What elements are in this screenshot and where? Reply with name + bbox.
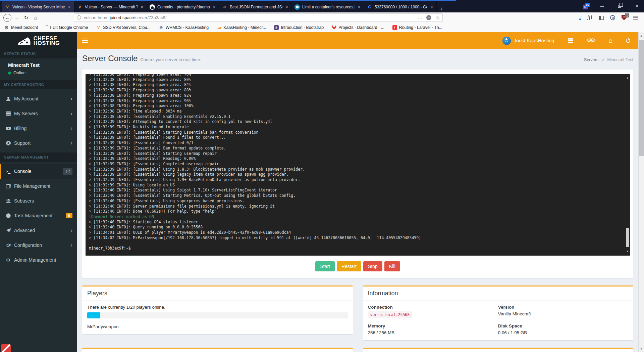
browser-tab[interactable]: Commits · pterodactyl/daemon×: [147, 1, 219, 12]
site-info-icon[interactable]: ⓘ: [77, 15, 81, 21]
scroll-down-icon[interactable]: ▼: [639, 347, 644, 350]
info-label: Version: [498, 305, 628, 310]
sidebar-item-file-management[interactable]: File Management: [0, 179, 77, 193]
line-text: [11:32:39 INFO]: No kits found to migrat…: [94, 125, 191, 129]
minimize-button[interactable]: [597, 3, 607, 9]
tab-close-icon[interactable]: ×: [67, 4, 71, 10]
line-prefix: >: [89, 156, 94, 161]
console-scroll-thumb[interactable]: [626, 228, 629, 247]
line-prefix: >: [89, 225, 94, 229]
tab-close-icon[interactable]: ×: [357, 4, 361, 10]
avatar[interactable]: [502, 37, 511, 45]
sidebar-item-label: My Servers: [14, 111, 70, 116]
bookmarks-bar: ⚙Meest bezochtUit Google ChromeVSSD VPS …: [0, 23, 644, 32]
extension-icon[interactable]: B LG: [583, 3, 590, 9]
bookmark-star-icon[interactable]: ☆: [435, 15, 440, 20]
browser-tab[interactable]: G533760000 / 1000 / 1000 - Goog×: [364, 1, 437, 12]
user-menu[interactable]: Joost KaasHosting: [514, 38, 554, 43]
sidebar-toggle-icon[interactable]: [599, 16, 604, 20]
tab-close-icon[interactable]: ×: [212, 4, 216, 10]
bookmark-routing-laravel-th[interactable]: /Routing - Laravel - Th...: [392, 25, 442, 30]
sidebar-item-support[interactable]: Support‹: [0, 136, 77, 150]
stop-button[interactable]: Stop: [363, 261, 382, 271]
close-button[interactable]: ×: [632, 3, 642, 9]
restart-button[interactable]: Restart: [337, 261, 361, 271]
console-scroll-down-icon[interactable]: ▼: [626, 249, 629, 254]
globe-icon: ⊕: [159, 25, 164, 30]
bookmark-projects-dashboard[interactable]: Projects · Dashboard · ...: [332, 25, 384, 30]
browser-tab[interactable]: Limit a container's resources | D×: [292, 1, 364, 12]
console-terminal[interactable]: > [11:32:38 INFO]: Preparing spawn area:…: [86, 74, 630, 256]
new-tab-button[interactable]: +: [437, 6, 447, 12]
download-icon[interactable]: ↓: [579, 15, 581, 20]
cogs-icon[interactable]: ⚙⚙: [587, 38, 596, 43]
scroll-thumb[interactable]: [639, 40, 644, 156]
browser-tab[interactable]: VVulcan - Server — Minecraft Te×: [74, 1, 147, 12]
onepassword-icon[interactable]: [610, 15, 615, 20]
sidebar-item-admin-management[interactable]: ⚙Admin Management: [0, 253, 77, 267]
console-scrollbar[interactable]: ▲ ▼: [625, 74, 630, 256]
browser-tab[interactable]: JFBest JSON Formatter and JSON×: [219, 1, 292, 12]
line-text: [11:34:01 INFO]: UUID of player MrPartyw…: [94, 230, 291, 235]
docker-favicon-icon: [294, 4, 300, 10]
bookmark-uit-google-chrome[interactable]: Uit Google Chrome: [46, 25, 88, 30]
browser-tab[interactable]: VVulcan - Viewing Server Minecr×: [2, 1, 74, 12]
line-prefix: >: [89, 109, 94, 114]
external-link-button[interactable]: [63, 168, 72, 175]
console-line: > [11:32:39 INFO]: [Essentials] Found 1 …: [89, 135, 630, 140]
bookmark-whmcs-kaashosting[interactable]: ⊕WHMCS - KaasHosting: [159, 25, 209, 30]
bookmark-introduction-bootstrap[interactable]: BIntroduction · Bootstrap: [274, 25, 324, 30]
app-root: CHEESE HOSTING SERVER STATUS Minecraft T…: [0, 32, 644, 352]
breadcrumb-servers[interactable]: Servers: [584, 57, 598, 62]
line-text: [11:32:39 INFO]: [Essentials] Found 1 fi…: [94, 135, 226, 140]
bookmark-kaashosting-minecr[interactable]: KaasHosting - Minecr...: [217, 25, 266, 30]
url-bar[interactable]: ⓘ vulcan.home.juiced.space/server/73b3ac…: [74, 13, 443, 22]
restore-button[interactable]: [614, 3, 625, 9]
tab-close-icon[interactable]: ×: [140, 4, 144, 10]
tab-close-icon[interactable]: ×: [285, 4, 289, 10]
sidebar-item-my-account[interactable]: My Account‹: [0, 91, 77, 106]
console-prompt[interactable]: minecr_73b3ac9f:~$: [89, 246, 131, 251]
corner-notification-icon[interactable]: [1, 344, 11, 352]
sidebar-item-console[interactable]: >_Console: [0, 164, 77, 179]
power-icon[interactable]: [626, 39, 630, 43]
sidebar-item-configuration[interactable]: ⚙⚙Configuration‹: [0, 238, 77, 253]
server-list-icon[interactable]: [568, 38, 573, 43]
browser-menu-icon[interactable]: [633, 16, 638, 19]
home-button[interactable]: ⌂: [31, 13, 40, 22]
bookmark-meest-bezocht[interactable]: ⚙Meest bezocht: [4, 25, 38, 30]
sidebar-item-billing[interactable]: Billing‹: [0, 121, 77, 136]
sidebar-item-task-management[interactable]: Task Management0: [0, 208, 77, 223]
sidebar-item-my-servers[interactable]: My Servers‹: [0, 106, 77, 121]
line-text: [11:32:40 INFO]: [Essentials] Using supe…: [94, 199, 245, 203]
page-actions-icon[interactable]: ⋯: [418, 15, 422, 20]
tab-close-icon[interactable]: ×: [430, 4, 434, 10]
tab-title: Vulcan - Server — Minecraft Te: [85, 5, 138, 9]
line-prefix: >: [89, 93, 94, 98]
home-icon[interactable]: ⌂: [609, 38, 612, 43]
kill-button[interactable]: Kill: [384, 261, 400, 271]
reload-button[interactable]: ↻: [21, 13, 31, 22]
ublock-icon[interactable]: uO 1: [622, 15, 627, 20]
browser-window: VVulcan - Viewing Server Minecr×VVulcan …: [0, 0, 644, 352]
line-text: [11:32:39 INFO]: [Essentials] Reading: 0…: [94, 156, 196, 161]
bookmark-ssd-vps-servers-clou[interactable]: VSSD VPS Servers, Clou...: [96, 25, 150, 30]
forward-button[interactable]: →: [12, 13, 21, 22]
back-button[interactable]: ←: [3, 13, 12, 22]
library-icon[interactable]: [587, 15, 593, 20]
line-prefix: >: [89, 235, 94, 240]
page-scrollbar[interactable]: ▲ ▼: [638, 32, 644, 352]
pocket-icon[interactable]: ∨: [426, 15, 431, 20]
sidebar-item-subusers[interactable]: Subusers: [0, 193, 77, 208]
cheesehosting-logo[interactable]: CHEESE HOSTING: [0, 32, 77, 49]
start-button[interactable]: Start: [315, 261, 335, 271]
sidebar-item-advanced[interactable]: Advanced‹: [0, 223, 77, 238]
plane-icon: [6, 228, 14, 233]
console-scroll-up-icon[interactable]: ▲: [626, 75, 629, 81]
sidebar-item-label: Advanced: [14, 228, 70, 233]
scroll-up-icon[interactable]: ▲: [639, 34, 644, 37]
players-card-title: Players: [82, 287, 353, 301]
info-label: Memory: [368, 323, 498, 328]
line-text: [11:32:39 INFO]: [Essentials] Using 1.9+…: [94, 177, 300, 182]
sidebar-collapse-button[interactable]: [77, 32, 93, 49]
